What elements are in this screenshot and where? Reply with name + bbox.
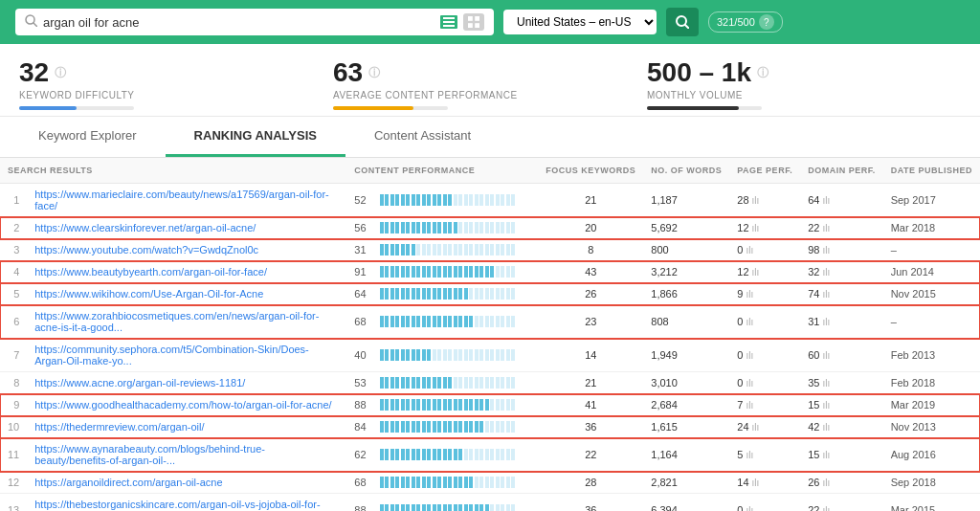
search-icon <box>25 14 37 30</box>
word-count-cell: 1,615 <box>643 416 729 438</box>
page-perf-chart-icon: ılı <box>746 450 753 460</box>
tabs: Keyword Explorer RANKING ANALYSIS Conten… <box>0 117 980 158</box>
result-link[interactable]: https://www.aynarabeauty.com/blogs/behin… <box>34 443 265 466</box>
domain-perf-cell: 22 ılı <box>800 217 883 239</box>
row-number: 2 <box>0 217 27 239</box>
page-perf-chart-icon: ılı <box>752 422 760 433</box>
page-perf-cell: 9 ılı <box>729 283 800 305</box>
result-link[interactable]: https://www.acne.org/argan-oil-reviews-1… <box>34 377 245 389</box>
content-performance-metric: 63 ⓘ AVERAGE CONTENT PERFORMANCE <box>333 57 647 110</box>
result-url-cell: https://www.beautybyearth.com/argan-oil-… <box>27 261 346 283</box>
location-selector[interactable]: United States – en-US <box>503 10 657 34</box>
domain-perf-cell: 31 ılı <box>800 305 883 339</box>
metrics-row: 32 ⓘ KEYWORD DIFFICULTY 63 ⓘ AVERAGE CON… <box>0 44 980 117</box>
col-content-perf: CONTENT PERFORMANCE <box>346 158 538 184</box>
word-count-value: 3,010 <box>651 377 678 389</box>
perf-bar-cell: 62 <box>346 438 538 472</box>
word-count-cell: 800 <box>643 239 729 261</box>
table-row: 5 https://www.wikihow.com/Use-Argan-Oil-… <box>0 283 980 305</box>
result-link[interactable]: https://arganoildirect.com/argan-oil-acn… <box>34 477 222 488</box>
word-count-value: 2,821 <box>651 477 678 488</box>
page-perf-chart-icon: ılı <box>746 378 753 389</box>
row-number: 4 <box>0 261 27 283</box>
svg-rect-6 <box>475 16 479 21</box>
domain-perf-chart-icon: ılı <box>822 450 830 460</box>
help-icon[interactable]: ? <box>759 14 774 30</box>
domain-perf-value: 35 <box>808 377 819 389</box>
cp-info-icon[interactable]: ⓘ <box>368 65 380 81</box>
focus-keywords-value: 20 <box>585 222 596 233</box>
domain-perf-cell: 32 ılı <box>800 261 883 283</box>
word-count-cell: 1,866 <box>643 283 729 305</box>
word-count-value: 808 <box>651 316 668 327</box>
domain-perf-cell: 74 ılı <box>800 283 883 305</box>
word-count-cell: 1,187 <box>643 184 729 217</box>
tab-keyword-explorer[interactable]: Keyword Explorer <box>10 117 166 157</box>
result-url-cell: https://arganoildirect.com/argan-oil-acn… <box>27 472 346 494</box>
svg-rect-7 <box>468 23 473 28</box>
row-number: 3 <box>0 239 27 261</box>
result-link[interactable]: https://www.clearskinforever.net/argan-o… <box>34 222 256 233</box>
page-perf-value: 0 <box>737 504 743 511</box>
focus-keywords-cell: 26 <box>538 283 643 305</box>
page-perf-chart-icon: ılı <box>746 505 753 511</box>
page-perf-chart-icon: ılı <box>752 478 760 488</box>
page-perf-cell: 28 ılı <box>729 184 800 217</box>
grid-view-btn[interactable] <box>463 13 484 31</box>
page-perf-value: 12 <box>737 266 748 278</box>
focus-keywords-value: 22 <box>585 449 596 460</box>
perf-bar-cell: 31 <box>346 239 538 261</box>
page-perf-value: 14 <box>737 477 748 488</box>
focus-keywords-cell: 8 <box>538 239 643 261</box>
result-link[interactable]: https://www.beautybyearth.com/argan-oil-… <box>34 266 267 278</box>
page-perf-cell: 12 ılı <box>729 217 800 239</box>
result-link[interactable]: https://www.marieclaire.com/beauty/news/… <box>34 189 329 211</box>
perf-bar-cell: 91 <box>346 261 538 283</box>
date-published-cell: Nov 2015 <box>883 283 980 305</box>
result-link[interactable]: https://www.goodhealthacademy.com/how-to… <box>34 399 331 411</box>
domain-perf-value: 26 <box>808 477 819 488</box>
mv-info-icon[interactable]: ⓘ <box>757 65 768 81</box>
perf-bar-cell: 64 <box>346 283 538 305</box>
result-url-cell: https://www.aynarabeauty.com/blogs/behin… <box>27 438 346 472</box>
domain-perf-cell: 60 ılı <box>800 339 883 372</box>
result-url-cell: https://thedermreview.com/argan-oil/ <box>27 416 346 438</box>
domain-perf-cell: 98 ılı <box>800 239 883 261</box>
word-count-value: 1,866 <box>651 288 678 300</box>
kd-info-icon[interactable]: ⓘ <box>55 65 66 81</box>
tab-content-assistant[interactable]: Content Assistant <box>345 117 500 157</box>
search-button[interactable] <box>666 8 699 36</box>
domain-perf-chart-icon: ılı <box>822 245 830 256</box>
table-row: 7 https://community.sephora.com/t5/Combi… <box>0 339 980 372</box>
word-count-value: 2,684 <box>651 399 678 411</box>
result-link[interactable]: https://community.sephora.com/t5/Combina… <box>34 344 309 367</box>
focus-keywords-value: 21 <box>585 194 596 206</box>
page-perf-chart-icon: ılı <box>752 195 760 206</box>
search-bar <box>15 9 494 35</box>
result-link[interactable]: https://thedermreview.com/argan-oil/ <box>34 421 204 433</box>
svg-line-1 <box>33 23 37 27</box>
word-count-cell: 808 <box>643 305 729 339</box>
date-published-cell: Mar 2018 <box>883 217 980 239</box>
focus-keywords-value: 23 <box>585 316 596 327</box>
page-perf-chart-icon: ılı <box>746 400 753 411</box>
page-perf-chart-icon: ılı <box>746 245 753 256</box>
search-input[interactable] <box>43 15 433 30</box>
page-perf-value: 0 <box>737 377 743 389</box>
tab-ranking-analysis[interactable]: RANKING ANALYSIS <box>166 117 345 157</box>
result-link[interactable]: https://thebestorganicskincare.com/argan… <box>34 499 320 511</box>
domain-perf-cell: 64 ılı <box>800 184 883 217</box>
result-link[interactable]: https://www.wikihow.com/Use-Argan-Oil-fo… <box>34 288 263 300</box>
word-count-value: 6,394 <box>651 504 678 511</box>
location-select[interactable]: United States – en-US <box>503 10 657 34</box>
col-search-results: SEARCH RESULTS <box>0 158 346 184</box>
page-perf-value: 0 <box>737 349 743 361</box>
usage-counter: 321/500 ? <box>708 11 783 33</box>
domain-perf-value: 15 <box>808 399 819 411</box>
domain-perf-chart-icon: ılı <box>822 505 830 511</box>
focus-keywords-cell: 22 <box>538 438 643 472</box>
page-perf-cell: 5 ılı <box>729 438 800 472</box>
result-link[interactable]: https://www.zorahbiocosmetiques.com/en/n… <box>34 310 319 333</box>
list-view-btn[interactable] <box>438 13 459 31</box>
result-link[interactable]: https://www.youtube.com/watch?v=GwdqZnol… <box>34 244 258 256</box>
